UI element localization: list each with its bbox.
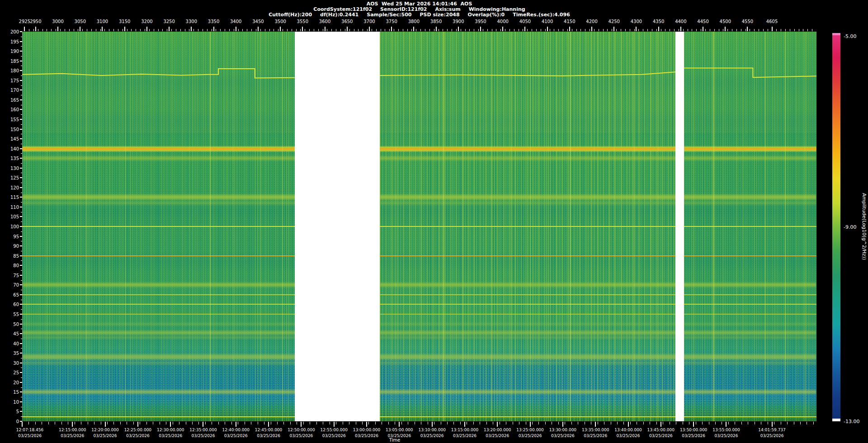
time-major-tick	[772, 422, 773, 427]
time-minor-tick	[192, 422, 193, 424]
record-minor-tick	[674, 29, 675, 31]
time-tick-label: 13:55:00.00003/25/2026	[712, 427, 740, 439]
time-value: 13:30:00.000	[549, 427, 576, 433]
time-minor-tick	[205, 422, 206, 424]
time-major-tick	[105, 422, 106, 427]
record-minor-tick	[425, 29, 425, 31]
record-minor-tick	[287, 29, 288, 31]
freq-tick-label: 200	[10, 29, 19, 34]
date-value: 03/25/2026	[614, 433, 642, 439]
record-minor-tick	[634, 29, 635, 31]
record-minor-tick	[429, 29, 430, 31]
record-major-tick	[502, 27, 503, 31]
time-minor-tick	[356, 422, 356, 424]
time-minor-tick	[303, 422, 304, 424]
record-minor-tick	[416, 29, 416, 31]
record-minor-tick	[407, 29, 408, 31]
time-value: 12:55:00.000	[320, 427, 347, 433]
time-minor-tick	[198, 422, 199, 424]
freq-tick-label: 140	[10, 146, 19, 151]
freq-tick-label: 20	[13, 380, 19, 385]
record-minor-tick	[812, 29, 812, 31]
record-minor-tick	[358, 29, 359, 31]
freq-tick-label: 160	[10, 107, 19, 112]
record-minor-tick	[447, 29, 448, 31]
time-minor-tick	[362, 422, 363, 424]
record-major-tick	[236, 27, 236, 31]
time-minor-tick	[800, 422, 801, 424]
time-value: 13:40:00.000	[614, 427, 642, 433]
time-minor-tick	[500, 422, 500, 424]
time-major-tick	[170, 422, 171, 427]
record-minor-tick	[478, 29, 479, 31]
colorbar-top-cap	[832, 33, 840, 35]
time-tick-label: 12:30:00.00003/25/2026	[157, 427, 184, 439]
time-minor-tick	[28, 422, 29, 424]
record-minor-tick	[104, 29, 105, 31]
date-value: 03/25/2026	[680, 433, 707, 439]
time-minor-tick	[447, 422, 448, 424]
freq-tick-label: 50	[13, 321, 19, 326]
record-minor-tick	[799, 29, 799, 31]
time-minor-tick	[153, 422, 153, 424]
time-minor-tick	[480, 422, 480, 424]
time-value: 12:07:18.456	[16, 427, 43, 433]
record-minor-tick	[340, 29, 341, 31]
time-minor-tick	[415, 422, 415, 424]
freq-tick-label: 190	[10, 49, 19, 54]
record-major-tick	[325, 27, 326, 31]
time-minor-tick	[127, 422, 127, 424]
time-minor-tick	[663, 422, 663, 424]
time-value: 12:50:00.000	[288, 427, 315, 433]
record-minor-tick	[563, 29, 563, 31]
time-minor-tick	[283, 422, 284, 424]
time-tick-label: 12:45:00.00003/25/2026	[255, 427, 282, 439]
time-major-tick	[432, 422, 433, 427]
time-minor-tick	[81, 422, 81, 424]
record-minor-tick	[309, 29, 310, 31]
record-minor-tick	[367, 29, 368, 31]
record-minor-tick	[323, 29, 323, 31]
record-tick-label: 3550	[297, 19, 308, 24]
record-minor-tick	[376, 29, 377, 31]
record-minor-tick	[225, 29, 225, 31]
record-minor-tick	[443, 29, 443, 31]
record-minor-tick	[127, 29, 127, 31]
record-minor-tick	[327, 29, 327, 31]
record-minor-tick	[398, 29, 399, 31]
record-minor-tick	[91, 29, 92, 31]
time-tick-label: 13:15:00.00003/25/2026	[451, 427, 478, 439]
time-minor-tick	[401, 422, 402, 424]
record-minor-tick	[198, 29, 198, 31]
record-minor-tick	[567, 29, 568, 31]
record-tick-label: 3350	[208, 19, 219, 24]
freq-tick-label: 125	[10, 175, 19, 180]
date-value: 03/25/2026	[59, 433, 86, 439]
record-major-tick	[146, 27, 147, 31]
spectrogram-window: AOS Wed 25 Mar 2026 14:01:46 AOS CoordSy…	[0, 0, 868, 443]
record-minor-tick	[452, 29, 452, 31]
record-tick-label: 4400	[675, 19, 686, 24]
record-axis-ticks	[22, 26, 816, 31]
record-minor-tick	[193, 29, 194, 31]
record-minor-tick	[500, 29, 501, 31]
time-minor-tick	[617, 422, 618, 424]
record-major-tick	[24, 27, 25, 31]
time-axis-ticks	[22, 422, 816, 427]
time-minor-tick	[813, 422, 814, 424]
time-minor-tick	[113, 422, 114, 424]
record-minor-tick	[242, 29, 243, 31]
record-minor-tick	[56, 29, 56, 31]
time-value: 13:20:00.000	[484, 427, 511, 433]
record-minor-tick	[136, 29, 136, 31]
time-minor-tick	[395, 422, 395, 424]
header-param: Overlap(%):0	[468, 12, 505, 18]
record-minor-tick	[527, 29, 528, 31]
record-minor-tick	[256, 29, 256, 31]
freq-tick-label: 30	[13, 360, 19, 365]
date-value: 03/25/2026	[124, 433, 151, 439]
record-minor-tick	[692, 29, 692, 31]
tonal-segment	[380, 72, 675, 76]
time-minor-tick	[604, 422, 604, 424]
record-major-tick	[680, 27, 681, 31]
